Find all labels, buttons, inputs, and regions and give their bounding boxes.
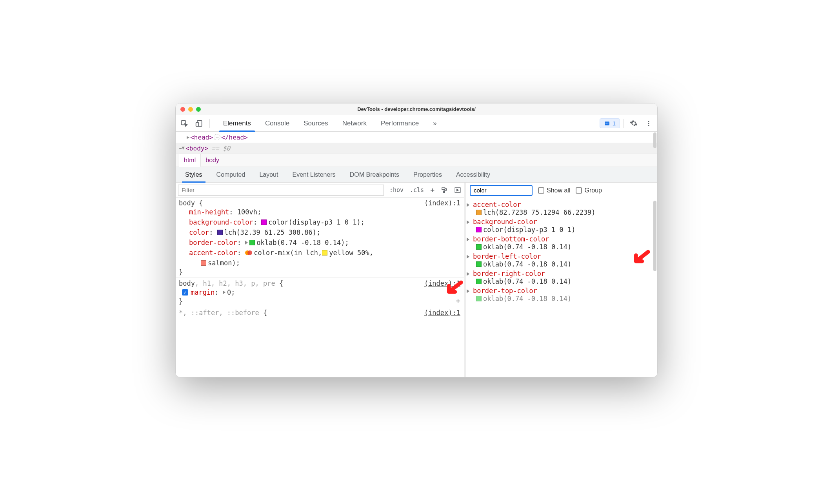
computed-property[interactable]: accent-colorlch(82.7238 75.1294 66.2239)	[466, 200, 657, 217]
tab-performance[interactable]: Performance	[374, 115, 426, 131]
color-swatch[interactable]	[261, 219, 267, 225]
expand-arrow-icon[interactable]	[223, 290, 225, 294]
hov-toggle[interactable]: :hov	[386, 183, 407, 197]
css-declaration[interactable]: background-color: color(display-p3 1 0 1…	[179, 217, 461, 227]
rule-source-link[interactable]: (index):1	[424, 199, 460, 207]
devtools-window: DevTools - developer.chrome.com/tags/dev…	[175, 103, 658, 377]
css-declaration-cont[interactable]: salmon);	[179, 258, 461, 268]
color-mix-swatch[interactable]	[245, 250, 252, 256]
subtab-event-listeners[interactable]: Event Listeners	[286, 167, 342, 182]
dom-tree[interactable]: ▶ <head> ⋯ </head> ⋯ ▶ <body> == $0	[176, 132, 657, 154]
color-swatch[interactable]	[476, 227, 482, 232]
styles-filter-input[interactable]	[178, 185, 384, 196]
css-rule[interactable]: (index):1 body { min-height: 100vh; back…	[176, 198, 464, 278]
css-rule[interactable]: (index):1 body, h1, h2, h3, p, pre { ✓ m…	[176, 278, 464, 307]
minimize-window-button[interactable]	[188, 107, 193, 112]
vertical-scrollbar[interactable]	[653, 132, 656, 148]
kebab-menu-icon[interactable]	[642, 116, 656, 131]
subtab-properties[interactable]: Properties	[407, 167, 448, 182]
color-swatch[interactable]	[217, 230, 223, 235]
css-declaration[interactable]: ✓ margin: 0;	[179, 287, 461, 297]
tab-elements[interactable]: Elements	[216, 115, 258, 131]
expand-arrow-icon[interactable]	[467, 289, 469, 293]
expand-arrow-icon[interactable]: ▶	[187, 134, 189, 140]
close-window-button[interactable]	[180, 107, 185, 112]
color-swatch[interactable]	[476, 244, 482, 250]
rule-source-link[interactable]: (index):1	[424, 309, 460, 317]
rule-selector[interactable]: body, h1, h2, h3, p, pre {	[179, 279, 461, 287]
css-declaration[interactable]: border-color: oklab(0.74 -0.18 0.14);	[179, 237, 461, 248]
dom-body-open: <body>	[185, 145, 208, 152]
issues-chip[interactable]: 1	[600, 118, 620, 128]
color-swatch[interactable]	[249, 240, 255, 245]
selected-hint: == $0	[211, 145, 230, 152]
gear-icon[interactable]	[627, 116, 641, 131]
cls-toggle[interactable]: .cls	[407, 183, 427, 197]
crumb-body[interactable]: body	[201, 154, 224, 167]
css-rule[interactable]: (index):1 *, ::after, ::before {	[176, 307, 464, 318]
svg-rect-5	[605, 123, 607, 124]
svg-point-6	[648, 121, 649, 122]
rule-source-link[interactable]: (index):1	[424, 279, 460, 287]
device-toolbar-icon[interactable]	[192, 116, 206, 131]
declaration-checkbox[interactable]: ✓	[182, 289, 188, 296]
dom-body-line[interactable]: ⋯ ▶ <body> == $0	[176, 143, 657, 154]
tab-sources[interactable]: Sources	[296, 115, 335, 131]
computed-toolbar: Show all Group	[466, 183, 657, 198]
expand-arrow-icon[interactable]	[467, 237, 469, 241]
paint-icon[interactable]	[438, 183, 451, 197]
toolbar-divider	[209, 119, 210, 128]
tab-overflow[interactable]: »	[426, 115, 444, 131]
css-declaration[interactable]: min-height: 100vh;	[179, 207, 461, 217]
color-swatch[interactable]	[201, 260, 206, 266]
tab-console[interactable]: Console	[258, 115, 296, 131]
subtab-styles[interactable]: Styles	[179, 167, 209, 182]
tab-network[interactable]: Network	[335, 115, 374, 131]
computed-list: accent-colorlch(82.7238 75.1294 66.2239)…	[466, 198, 657, 377]
subtab-layout[interactable]: Layout	[253, 167, 284, 182]
crumb-html[interactable]: html	[179, 154, 201, 167]
color-swatch[interactable]	[322, 250, 327, 256]
dom-head-line[interactable]: ▶ <head> ⋯ </head>	[176, 132, 657, 143]
expand-arrow-icon[interactable]	[467, 203, 469, 207]
show-all-checkbox[interactable]: Show all	[538, 187, 570, 194]
expand-arrow-icon[interactable]	[467, 272, 469, 276]
computed-property[interactable]: border-top-coloroklab(0.74 -0.18 0.14)	[466, 286, 657, 303]
color-swatch[interactable]	[476, 279, 482, 284]
color-swatch[interactable]	[476, 296, 482, 301]
new-rule-button[interactable]: +	[427, 183, 438, 197]
expand-arrow-icon[interactable]: ▶	[181, 147, 186, 149]
computed-property[interactable]: border-right-coloroklab(0.74 -0.18 0.14)	[466, 269, 657, 286]
computed-property[interactable]: border-left-coloroklab(0.74 -0.18 0.14)	[466, 252, 657, 269]
expand-arrow-icon[interactable]	[467, 220, 469, 224]
svg-rect-3	[605, 121, 609, 125]
computed-property[interactable]: border-bottom-coloroklab(0.74 -0.18 0.14…	[466, 234, 657, 252]
rule-selector[interactable]: *, ::after, ::before {	[179, 309, 461, 317]
subtab-accessibility[interactable]: Accessibility	[450, 167, 496, 182]
group-checkbox[interactable]: Group	[576, 187, 602, 194]
color-swatch[interactable]	[476, 210, 482, 215]
css-declaration[interactable]: color: lch(32.39 61.25 308.86);	[179, 227, 461, 237]
vertical-scrollbar[interactable]	[653, 201, 656, 271]
expand-arrow-icon[interactable]	[245, 241, 248, 245]
expand-arrow-icon[interactable]	[467, 255, 469, 259]
rule-selector[interactable]: body {	[179, 199, 461, 207]
color-swatch[interactable]	[476, 261, 482, 267]
ellipsis-icon[interactable]: ⋯	[214, 134, 220, 140]
checkbox-icon	[576, 187, 582, 194]
inspect-element-icon[interactable]	[177, 116, 191, 131]
svg-point-7	[648, 123, 649, 124]
add-declaration-button[interactable]: +	[456, 296, 460, 305]
toolbar-divider	[623, 119, 624, 128]
svg-rect-4	[605, 123, 609, 123]
computed-property[interactable]: background-colorcolor(display-p3 1 0 1)	[466, 217, 657, 234]
panels-row: :hov .cls + (index):1 body {	[176, 183, 657, 377]
maximize-window-button[interactable]	[196, 107, 201, 112]
css-declaration[interactable]: accent-color: color-mix(in lch, yellow 5…	[179, 248, 461, 258]
computed-filter-input[interactable]	[470, 185, 533, 196]
subtab-dom-breakpoints[interactable]: DOM Breakpoints	[344, 167, 405, 182]
styles-subtabs: Styles Computed Layout Event Listeners D…	[176, 167, 657, 183]
computed-panel-icon[interactable]	[451, 183, 464, 197]
svg-rect-2	[196, 122, 199, 126]
subtab-computed[interactable]: Computed	[210, 167, 252, 182]
